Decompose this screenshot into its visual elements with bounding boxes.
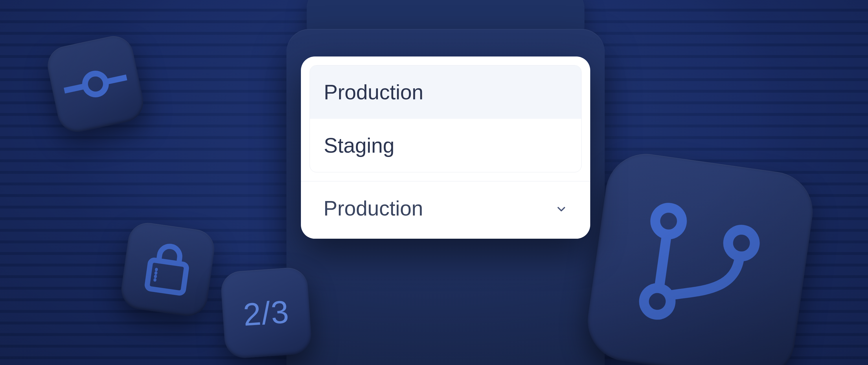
environment-select[interactable]: Production	[310, 181, 582, 239]
chevron-down-icon	[555, 196, 568, 220]
stage: Production Staging Production 2/3	[0, 0, 868, 365]
environment-option-staging[interactable]: Staging	[310, 119, 581, 172]
progress-tile: 2/3	[220, 266, 312, 359]
svg-line-1	[107, 77, 126, 82]
svg-point-2	[83, 72, 107, 96]
git-commit-icon	[61, 60, 130, 108]
lock-tile	[119, 220, 217, 319]
environment-dropdown-card: Production Staging Production	[301, 56, 590, 239]
svg-rect-3	[147, 259, 187, 293]
branch-tile	[582, 149, 818, 365]
lock-icon	[140, 239, 196, 300]
progress-text: 2/3	[242, 293, 290, 333]
commit-tile	[44, 32, 147, 136]
svg-line-4	[155, 270, 157, 281]
svg-line-0	[64, 86, 84, 91]
environment-option-production[interactable]: Production	[310, 65, 581, 119]
git-branch-icon	[619, 185, 782, 348]
environment-option-list: Production Staging	[310, 65, 582, 172]
environment-select-label: Production	[323, 196, 423, 220]
